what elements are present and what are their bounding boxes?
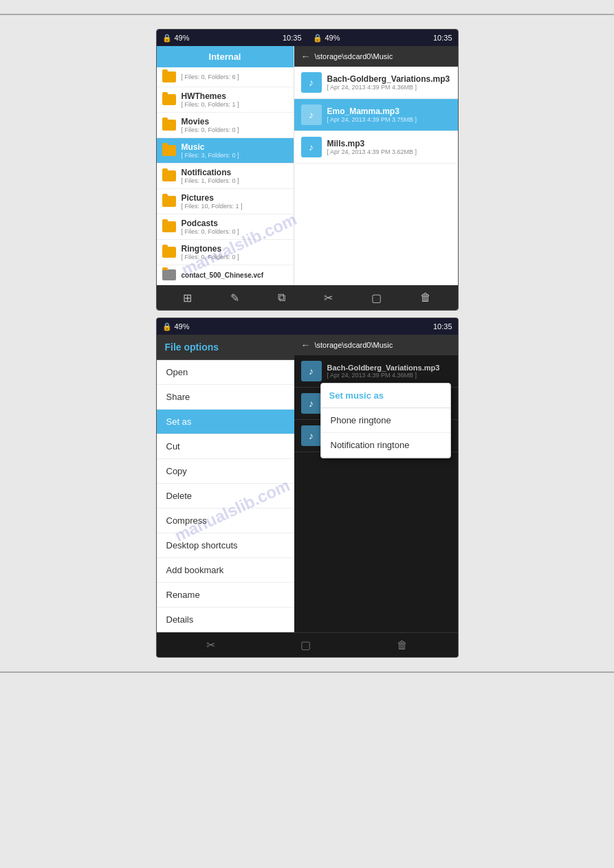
option-cut[interactable]: Cut — [157, 434, 294, 459]
status-left2: 🔒 49% — [313, 34, 340, 43]
right-panel-dark: ← \storage\sdcard0\Music ♪ Bach-Goldberg… — [294, 335, 458, 632]
folder-text-notifications: Notifications [ Files: 1, Folders: 0 ] — [182, 168, 239, 184]
toolbar-copy-icon[interactable]: ⧉ — [278, 291, 285, 304]
back-arrow-icon[interactable]: ← — [301, 51, 311, 62]
folder-name-podcasts: Podcasts — [182, 219, 239, 228]
folder-item-pictures[interactable]: Pictures [ Files: 10, Folders: 1 ] — [157, 189, 294, 214]
status-bar-right-top: 🔒 49% 10:35 — [307, 30, 458, 46]
folder-meta-podcasts: [ Files: 0, Folders: 0 ] — [182, 228, 239, 235]
toolbar-cut-icon-b[interactable]: ✂ — [206, 638, 215, 652]
status-left: 🔒 49% — [162, 34, 190, 43]
option-add-bookmark-label: Add bookmark — [166, 565, 224, 575]
set-music-notification-ringtone[interactable]: Notification ringtone — [321, 433, 450, 458]
folder-meta-movies: [ Files: 0, Folders: 0 ] — [182, 126, 239, 133]
option-set-as[interactable]: Set as — [157, 410, 294, 434]
folder-item-notifications[interactable]: Notifications [ Files: 1, Folders: 0 ] — [157, 164, 294, 189]
option-open[interactable]: Open — [157, 360, 294, 385]
folder-text-movies: Movies [ Files: 0, Folders: 0 ] — [182, 117, 239, 133]
folder-text-ringtones: Ringtones [ Files: 0, Folders: 0 ] — [182, 244, 239, 260]
folder-name-movies: Movies — [182, 117, 239, 126]
set-music-phone-ringtone[interactable]: Phone ringtone — [321, 408, 450, 433]
toolbar-edit-icon[interactable]: ✎ — [230, 291, 239, 304]
option-delete[interactable]: Delete — [157, 484, 294, 509]
file-item-mills[interactable]: ♪ Mills.mp3 [ Apr 24, 2013 4:39 PM 3.62M… — [294, 131, 458, 164]
folder-item-hwthemes[interactable]: HWThemes [ Files: 0, Folders: 1 ] — [157, 87, 294, 113]
folder-icon-pictures — [162, 196, 176, 207]
right-panel-header-bottom: ← \storage\sdcard0\Music — [294, 335, 458, 355]
option-rename[interactable]: Rename — [157, 583, 294, 608]
option-desktop-shortcuts[interactable]: Desktop shortcuts — [157, 533, 294, 558]
sim-icon-bottom: 🔒 — [162, 322, 172, 331]
folder-icon-music — [162, 145, 176, 156]
option-compress-label: Compress — [166, 515, 207, 526]
folder-item-ringtones[interactable]: Ringtones [ Files: 0, Folders: 0 ] — [157, 240, 294, 265]
music-icon-emo: ♪ — [301, 104, 322, 125]
folder-text-root: [ Files: 0, Folders: 6 ] — [182, 74, 239, 80]
left-panel-header: Internal — [157, 46, 294, 67]
signal-text2: 49% — [325, 34, 340, 42]
option-delete-label: Delete — [166, 491, 193, 501]
top-panels: Internal [ Files: 0, Folders: 6 ] — [157, 46, 458, 285]
notification-ringtone-label: Notification ringtone — [331, 440, 410, 450]
option-cut-label: Cut — [166, 441, 180, 452]
option-desktop-shortcuts-label: Desktop shortcuts — [166, 540, 238, 550]
music-icon-dark-bach: ♪ — [301, 361, 322, 381]
path-label-top: \storage\sdcard0\Music — [315, 52, 393, 60]
toolbar-paste-icon-b[interactable]: ▢ — [300, 638, 311, 652]
folder-meta-root: [ Files: 0, Folders: 6 ] — [182, 74, 239, 80]
bottom-panels: File options Open Share Set as Cut — [157, 335, 458, 632]
folder-text-hwthemes: HWThemes [ Files: 0, Folders: 1 ] — [182, 91, 239, 108]
toolbar-cut-icon[interactable]: ✂ — [324, 291, 333, 304]
set-music-popup: Set music as Phone ringtone Notification… — [320, 383, 451, 458]
folder-item-podcasts[interactable]: Podcasts [ Files: 0, Folders: 0 ] — [157, 214, 294, 240]
file-name-mills: Mills.mp3 — [327, 139, 417, 148]
screenshot-bottom: 🔒 49% 10:35 File options Open — [156, 318, 459, 658]
path-label-bottom: \storage\sdcard0\Music — [315, 341, 393, 349]
music-icon-dark-mills: ♪ — [301, 425, 322, 446]
toolbar-delete-icon[interactable]: 🗑 — [420, 291, 431, 304]
status-right2: 10:35 — [433, 34, 452, 42]
file-text-emo: Emo_Mamma.mp3 [ Apr 24, 2013 4:39 PM 3.7… — [327, 107, 417, 123]
option-copy[interactable]: Copy — [157, 459, 294, 484]
sim-icon2: 🔒 — [313, 34, 322, 43]
folder-item-movies[interactable]: Movies [ Files: 0, Folders: 0 ] — [157, 113, 294, 138]
music-icon-bach: ♪ — [301, 72, 322, 93]
file-item-emo[interactable]: ♪ Emo_Mamma.mp3 [ Apr 24, 2013 4:39 PM 3… — [294, 99, 458, 131]
page-container: 🔒 49% 10:35 🔒 49% 10:35 — [0, 0, 614, 868]
option-share[interactable]: Share — [157, 385, 294, 410]
file-item-bach[interactable]: ♪ Bach-Goldberg_Variations.mp3 [ Apr 24,… — [294, 67, 458, 99]
toolbar-grid-icon[interactable]: ⊞ — [183, 291, 192, 304]
option-compress[interactable]: Compress — [157, 509, 294, 533]
time-bottom: 10:35 — [433, 322, 452, 331]
folder-item-contact[interactable]: contact_500_Chinese.vcf — [157, 265, 294, 285]
toolbar-paste-icon[interactable]: ▢ — [371, 291, 382, 304]
right-panel-header-top: ← \storage\sdcard0\Music — [294, 46, 458, 67]
folder-icon-root — [162, 71, 176, 82]
folder-icon-podcasts — [162, 221, 176, 232]
folder-name-ringtones: Ringtones — [182, 244, 239, 254]
folder-item-root[interactable]: [ Files: 0, Folders: 6 ] — [157, 67, 294, 87]
file-name-emo: Emo_Mamma.mp3 — [327, 107, 417, 116]
signal-bottom: 49% — [175, 322, 190, 331]
folder-text-podcasts: Podcasts [ Files: 0, Folders: 0 ] — [182, 219, 239, 235]
back-arrow-icon-bottom[interactable]: ← — [301, 340, 311, 350]
toolbar-delete-icon-b[interactable]: 🗑 — [397, 639, 408, 652]
bottom-divider — [0, 671, 614, 673]
status-right-bottom: 10:35 — [433, 322, 452, 331]
folder-name-pictures: Pictures — [182, 193, 243, 203]
toolbar-bottom-top: ⊞ ✎ ⧉ ✂ ▢ 🗑 — [157, 285, 458, 310]
folder-icon-notifications — [162, 170, 176, 181]
file-meta-bach: [ Apr 24, 2013 4:39 PM 4.36MB ] — [327, 84, 450, 91]
folder-meta-hwthemes: [ Files: 0, Folders: 1 ] — [182, 101, 239, 108]
folder-item-music[interactable]: Music [ Files: 3, Folders: 0 ] — [157, 138, 294, 164]
option-details[interactable]: Details — [157, 608, 294, 632]
folder-icon-hwthemes — [162, 94, 176, 105]
status-bar-left-top: 🔒 49% 10:35 — [157, 30, 307, 46]
set-music-title: Set music as — [329, 390, 384, 401]
phone-ringtone-label: Phone ringtone — [331, 415, 391, 425]
internal-label: Internal — [209, 52, 241, 62]
dual-status-bars: 🔒 49% 10:35 🔒 49% 10:35 — [157, 30, 458, 46]
folder-meta-music: [ Files: 3, Folders: 0 ] — [182, 152, 239, 159]
option-add-bookmark[interactable]: Add bookmark — [157, 558, 294, 583]
left-panel: Internal [ Files: 0, Folders: 6 ] — [157, 46, 294, 285]
